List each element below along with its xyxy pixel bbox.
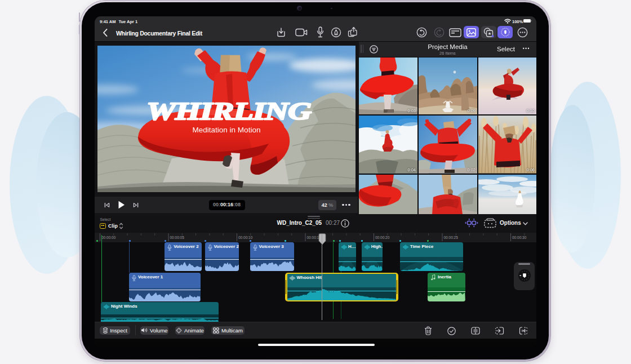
svg-text:WHIRLING: WHIRLING — [146, 97, 312, 125]
svg-text:Meditation in Motion: Meditation in Motion — [192, 126, 260, 134]
